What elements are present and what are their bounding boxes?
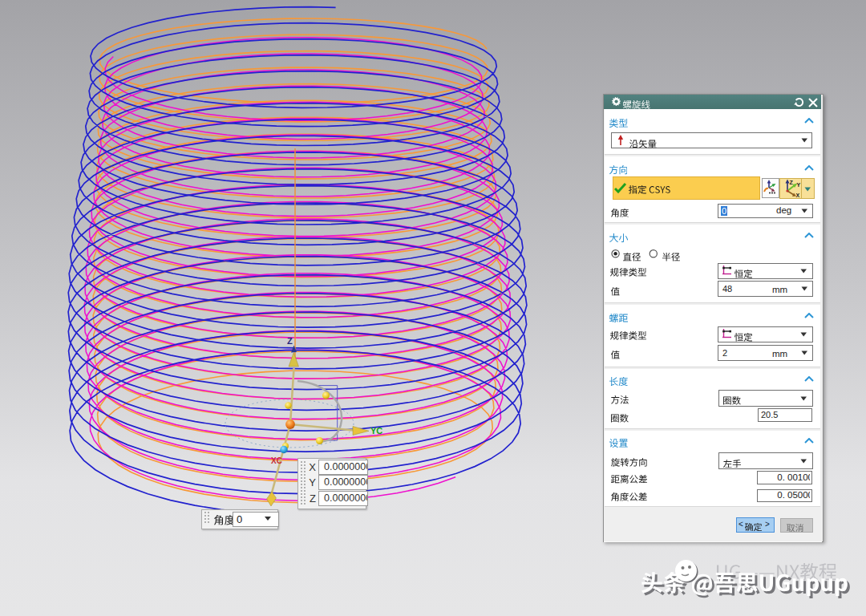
svg-text:Y: Y bbox=[797, 182, 801, 188]
svg-text:Z: Z bbox=[790, 180, 794, 185]
svg-text:XC: XC bbox=[271, 456, 282, 465]
svg-text:X: X bbox=[796, 192, 800, 197]
svg-text:YC: YC bbox=[370, 426, 382, 436]
svg-text:Z: Z bbox=[287, 336, 293, 346]
